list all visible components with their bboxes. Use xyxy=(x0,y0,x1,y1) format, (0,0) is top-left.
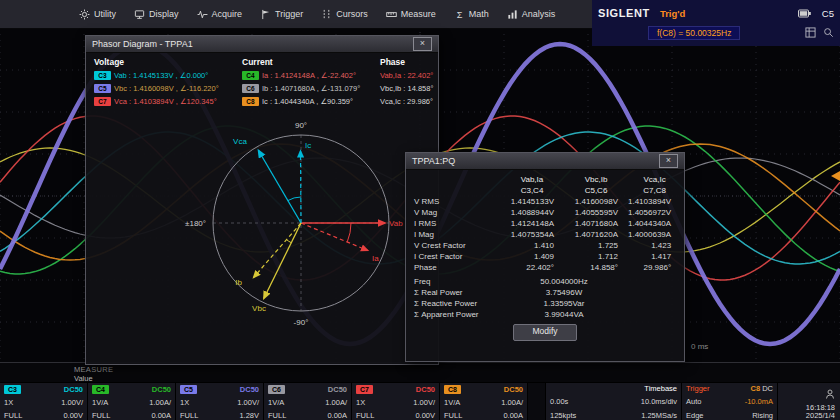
phasor-window-titlebar[interactable]: Phasor Diagram - TPPA1 × xyxy=(86,36,438,53)
timebase-scale: 10.0ms/div xyxy=(641,398,677,406)
bandwidth-label: FULL xyxy=(444,412,462,420)
axis-label-90: 90° xyxy=(295,121,307,130)
channel-descriptor-c3[interactable]: C3DC50 1X1.00V/ FULL0.00V xyxy=(0,383,88,420)
menu-item-analysis[interactable]: Analysis xyxy=(498,0,565,28)
bottom-bar-spacer xyxy=(528,383,546,420)
voltage-row: C5Vbc : 1.4160098V , ∠-116.220° xyxy=(94,83,242,94)
pq-row-label: I Crest Factor xyxy=(414,251,500,262)
bandwidth-label: FULL xyxy=(356,412,374,420)
coupling-label: DC50 xyxy=(152,386,171,394)
channel-badge: C3 xyxy=(4,385,21,394)
voltage-column-header: Voltage xyxy=(94,57,242,68)
pq-col-subheader: C7,C8 xyxy=(628,185,681,195)
channel-descriptor-c6[interactable]: C6DC50 1V/A1.00A/ FULL0.00A xyxy=(264,383,352,420)
channel-badge: C7 xyxy=(356,385,373,394)
current-row: C6Ib : 1.4071680A , ∠-131.079° xyxy=(242,83,380,94)
pq-row-label: I RMS xyxy=(414,218,500,229)
channel-badge: C5 xyxy=(180,385,197,394)
phase-row: Vca,Ic : 29.986° xyxy=(380,96,433,107)
coupling-label: DC50 xyxy=(240,386,259,394)
probe-label: 1V/A xyxy=(92,399,108,407)
menu-item-math[interactable]: Σ Math xyxy=(445,0,498,28)
close-icon[interactable]: × xyxy=(659,154,678,168)
modify-button[interactable]: Modify xyxy=(513,324,577,341)
close-icon[interactable]: × xyxy=(413,37,432,51)
vector-label-vca: Vca xyxy=(233,137,247,146)
probe-label: 1X xyxy=(180,399,189,407)
channel-badge: C6 xyxy=(242,84,259,93)
probe-label: 1X xyxy=(4,399,13,407)
timebase-delay: 0.00s xyxy=(550,398,568,406)
channel-badge: C7 xyxy=(94,97,111,106)
vector-label-ib: Ib xyxy=(235,278,242,287)
pq-summary-value: 3.99044VA xyxy=(500,309,628,320)
layout-icon[interactable] xyxy=(805,24,816,42)
trigger-status: Trig'd xyxy=(660,8,685,19)
phasor-plot: 90° -90° ±180° Vab Ia Ic Vca Vbc Ib xyxy=(98,110,426,360)
clock-panel: 16:18:18 2025/1/4 xyxy=(778,383,840,420)
bandwidth-label: FULL xyxy=(180,412,198,420)
pq-window-titlebar[interactable]: TPPA1:PQ × xyxy=(406,153,684,170)
user-icon[interactable] xyxy=(825,385,835,403)
channel-badge: C5 xyxy=(94,84,111,93)
clock-date: 2025/1/4 xyxy=(806,412,835,420)
channel-descriptor-c4[interactable]: C4DC50 1V/A1.00A/ FULL0.00A xyxy=(88,383,176,420)
pq-summary-label: Σ Reactive Power xyxy=(414,298,500,309)
trigger-title: Trigger xyxy=(686,385,709,393)
menu-item-trigger[interactable]: Trigger xyxy=(251,0,312,28)
status-panel: SIGLENT Trig'd C5 f(C8) = 50.00325Hz xyxy=(592,0,840,46)
menu-item-measure[interactable]: Measure xyxy=(377,0,445,28)
pq-value: 1.712 xyxy=(564,251,628,262)
pq-value: 1.4044340A xyxy=(628,218,681,229)
phase-reading: Vbc,Ib : 14.858° xyxy=(380,84,433,93)
current-column-header: Current xyxy=(242,57,380,68)
sample-rate: 1.25MSa/s xyxy=(641,412,677,420)
current-reading: Ia : 1.4124148A , ∠-22.402° xyxy=(262,71,356,80)
channel-descriptor-c8[interactable]: C8DC50 1V/A1.00A/ FULL0.00A xyxy=(440,383,528,420)
menu-item-cursors[interactable]: Cursors xyxy=(312,0,377,28)
time-axis-label: 0 ms xyxy=(691,342,708,351)
clock-time: 16:18:18 xyxy=(806,404,835,412)
pq-col-header: Vca,Ic xyxy=(628,174,681,184)
probe-label: 1X xyxy=(356,399,365,407)
current-reading: Ic : 1.4044340A , ∠90.359° xyxy=(262,97,353,106)
probe-label: 1V/A xyxy=(268,399,284,407)
scale-label: 1.00V/ xyxy=(237,399,259,407)
trigger-source: C8 xyxy=(750,384,760,393)
acquire-icon xyxy=(197,9,208,20)
menu-item-utility[interactable]: Utility xyxy=(70,0,125,28)
coupling-label: DC50 xyxy=(416,386,435,394)
pq-col-header: Vab,Ia xyxy=(500,174,564,184)
pq-value: 1.4071620A xyxy=(564,229,628,240)
flag-icon xyxy=(260,9,271,20)
pq-value: 1.4088944V xyxy=(500,207,564,218)
coupling-label: DC50 xyxy=(504,386,523,394)
trigger-level: -10.0mA xyxy=(745,398,773,406)
pq-value: 1.409 xyxy=(500,251,564,262)
scale-label: 1.00A/ xyxy=(149,399,171,407)
offset-label: 0.00V xyxy=(415,412,435,420)
channel-descriptor-c7[interactable]: C7DC50 1X1.00V/ FULL0.00V xyxy=(352,383,440,420)
menu-item-acquire[interactable]: Acquire xyxy=(188,0,252,28)
trigger-panel[interactable]: TriggerC8 DC Auto-10.0mA EdgeRising xyxy=(682,383,778,420)
svg-text:Σ: Σ xyxy=(456,9,462,19)
phasor-window-title: Phasor Diagram - TPPA1 xyxy=(92,39,193,49)
menu-item-display[interactable]: Display xyxy=(125,0,188,28)
pq-value: 1.4124148A xyxy=(500,218,564,229)
pq-row-label: V Mag xyxy=(414,207,500,218)
analysis-icon xyxy=(507,9,518,20)
memory-depth: 125kpts xyxy=(550,412,576,420)
pq-value: 1.4071680A xyxy=(564,218,628,229)
pq-summary-label: Σ Real Power xyxy=(414,287,500,298)
pq-value: 14.858° xyxy=(564,262,628,273)
bandwidth-label: FULL xyxy=(4,412,22,420)
channel-descriptor-c5[interactable]: C5DC50 1X1.00V/ FULL1.28V xyxy=(176,383,264,420)
timebase-panel[interactable]: Timebase 0.00s10.0ms/div 125kpts1.25MSa/… xyxy=(546,383,682,420)
battery-icon xyxy=(798,8,812,19)
gear-icon xyxy=(79,9,90,20)
zoom-icon[interactable] xyxy=(823,24,834,42)
brand-logo: SIGLENT xyxy=(598,7,650,19)
pq-row-label: V RMS xyxy=(414,196,500,207)
voltage-reading: Vca : 1.4103894V , ∠120.345° xyxy=(114,97,217,106)
pq-value: 1.423 xyxy=(628,240,681,251)
